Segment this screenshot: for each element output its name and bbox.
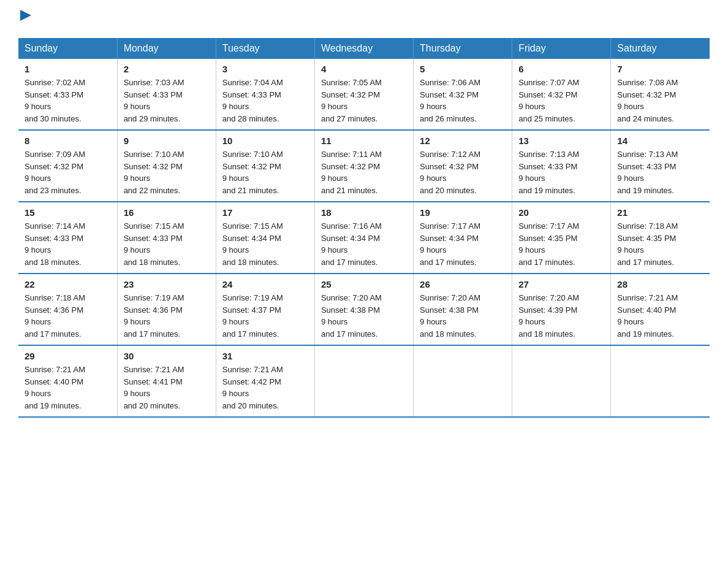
sunrise-line: Sunrise: 7:16 AM: [321, 220, 407, 232]
calendar-cell: [314, 345, 413, 417]
calendar-cell: [611, 345, 710, 417]
sunset-line: Sunset: 4:34 PM: [420, 232, 506, 245]
day-info: Sunrise: 7:03 AMSunset: 4:33 PM9 hours a…: [124, 77, 210, 124]
day-number: 29: [25, 351, 111, 361]
sunset-line: Sunset: 4:33 PM: [124, 232, 210, 245]
week-row-1: 1Sunrise: 7:02 AMSunset: 4:33 PM9 hours …: [18, 59, 710, 130]
calendar-cell: 24Sunrise: 7:19 AMSunset: 4:37 PM9 hours…: [216, 274, 314, 345]
daylight-line: 9 hours and 17 minutes.: [124, 316, 210, 340]
daylight-line: 9 hours and 18 minutes.: [420, 316, 506, 340]
day-number: 15: [25, 207, 111, 218]
daylight-line: 9 hours and 19 minutes.: [617, 172, 703, 196]
weekday-header-tuesday: Tuesday: [216, 38, 314, 59]
calendar-cell: 16Sunrise: 7:15 AMSunset: 4:33 PM9 hours…: [117, 202, 216, 274]
sunrise-line: Sunrise: 7:17 AM: [420, 220, 506, 232]
sunrise-line: Sunrise: 7:21 AM: [617, 292, 703, 304]
week-row-4: 22Sunrise: 7:18 AMSunset: 4:36 PM9 hours…: [18, 274, 710, 345]
daylight-line: 9 hours and 27 minutes.: [321, 101, 407, 124]
day-number: 26: [420, 279, 506, 289]
calendar-cell: 23Sunrise: 7:19 AMSunset: 4:36 PM9 hours…: [117, 274, 216, 345]
day-number: 12: [420, 136, 506, 146]
day-number: 16: [124, 207, 210, 218]
calendar-cell: 11Sunrise: 7:11 AMSunset: 4:32 PM9 hours…: [314, 130, 413, 202]
daylight-line: 9 hours and 17 minutes.: [25, 316, 111, 340]
day-number: 14: [617, 136, 703, 146]
day-info: Sunrise: 7:17 AMSunset: 4:34 PM9 hours a…: [420, 220, 506, 268]
sunrise-line: Sunrise: 7:09 AM: [25, 148, 111, 161]
sunset-line: Sunset: 4:40 PM: [617, 304, 703, 316]
day-info: Sunrise: 7:20 AMSunset: 4:38 PM9 hours a…: [420, 292, 506, 340]
calendar-cell: 10Sunrise: 7:10 AMSunset: 4:32 PM9 hours…: [216, 130, 314, 202]
day-number: 20: [518, 207, 604, 218]
sunset-line: Sunset: 4:36 PM: [124, 304, 210, 316]
sunset-line: Sunset: 4:38 PM: [420, 304, 506, 316]
day-number: 3: [222, 64, 308, 74]
day-info: Sunrise: 7:16 AMSunset: 4:34 PM9 hours a…: [321, 220, 407, 268]
daylight-line: 9 hours and 30 minutes.: [25, 101, 111, 124]
calendar-cell: 5Sunrise: 7:06 AMSunset: 4:32 PM9 hours …: [414, 59, 512, 130]
sunrise-line: Sunrise: 7:10 AM: [222, 148, 308, 161]
sunset-line: Sunset: 4:38 PM: [321, 304, 407, 316]
day-info: Sunrise: 7:18 AMSunset: 4:35 PM9 hours a…: [617, 220, 703, 268]
daylight-line: 9 hours and 18 minutes.: [124, 244, 210, 268]
day-info: Sunrise: 7:06 AMSunset: 4:32 PM9 hours a…: [420, 77, 506, 124]
sunset-line: Sunset: 4:33 PM: [124, 89, 210, 101]
sunrise-line: Sunrise: 7:14 AM: [25, 220, 111, 232]
day-number: 25: [321, 279, 407, 289]
daylight-line: 9 hours and 17 minutes.: [321, 316, 407, 340]
sunrise-line: Sunrise: 7:15 AM: [222, 220, 308, 232]
weekday-header-friday: Friday: [512, 38, 611, 59]
day-number: 7: [617, 64, 703, 74]
day-info: Sunrise: 7:21 AMSunset: 4:40 PM9 hours a…: [25, 364, 111, 412]
sunrise-line: Sunrise: 7:18 AM: [25, 292, 111, 304]
calendar-cell: 15Sunrise: 7:14 AMSunset: 4:33 PM9 hours…: [18, 202, 117, 274]
calendar-cell: 14Sunrise: 7:13 AMSunset: 4:33 PM9 hours…: [611, 130, 710, 202]
calendar-cell: 21Sunrise: 7:18 AMSunset: 4:35 PM9 hours…: [611, 202, 710, 274]
day-info: Sunrise: 7:02 AMSunset: 4:33 PM9 hours a…: [25, 77, 111, 124]
daylight-line: 9 hours and 17 minutes.: [617, 244, 703, 268]
day-info: Sunrise: 7:20 AMSunset: 4:39 PM9 hours a…: [518, 292, 604, 340]
sunset-line: Sunset: 4:34 PM: [321, 232, 407, 245]
svg-marker-0: [20, 10, 31, 21]
sunset-line: Sunset: 4:32 PM: [321, 89, 407, 101]
week-row-2: 8Sunrise: 7:09 AMSunset: 4:32 PM9 hours …: [18, 130, 710, 202]
day-number: 8: [25, 136, 111, 146]
sunset-line: Sunset: 4:32 PM: [321, 161, 407, 173]
calendar-cell: 19Sunrise: 7:17 AMSunset: 4:34 PM9 hours…: [414, 202, 512, 274]
calendar-cell: 28Sunrise: 7:21 AMSunset: 4:40 PM9 hours…: [611, 274, 710, 345]
calendar-cell: 2Sunrise: 7:03 AMSunset: 4:33 PM9 hours …: [117, 59, 216, 130]
weekday-header-monday: Monday: [117, 38, 216, 59]
calendar-cell: 3Sunrise: 7:04 AMSunset: 4:33 PM9 hours …: [216, 59, 314, 130]
calendar-cell: 26Sunrise: 7:20 AMSunset: 4:38 PM9 hours…: [414, 274, 512, 345]
daylight-line: 9 hours and 26 minutes.: [420, 101, 506, 124]
calendar-cell: 27Sunrise: 7:20 AMSunset: 4:39 PM9 hours…: [512, 274, 611, 345]
calendar-cell: 4Sunrise: 7:05 AMSunset: 4:32 PM9 hours …: [314, 59, 413, 130]
weekday-header-saturday: Saturday: [611, 38, 710, 59]
day-number: 6: [518, 64, 604, 74]
daylight-line: 9 hours and 19 minutes.: [25, 388, 111, 412]
daylight-line: 9 hours and 29 minutes.: [124, 101, 210, 124]
sunset-line: Sunset: 4:33 PM: [222, 89, 308, 101]
sunrise-line: Sunrise: 7:13 AM: [518, 148, 604, 161]
day-info: Sunrise: 7:21 AMSunset: 4:42 PM9 hours a…: [222, 364, 308, 412]
sunrise-line: Sunrise: 7:05 AM: [321, 77, 407, 89]
sunrise-line: Sunrise: 7:20 AM: [321, 292, 407, 304]
sunset-line: Sunset: 4:36 PM: [25, 304, 111, 316]
day-number: 17: [222, 207, 308, 218]
calendar-cell: 22Sunrise: 7:18 AMSunset: 4:36 PM9 hours…: [18, 274, 117, 345]
sunrise-line: Sunrise: 7:19 AM: [124, 292, 210, 304]
sunrise-line: Sunrise: 7:13 AM: [617, 148, 703, 161]
sunset-line: Sunset: 4:39 PM: [518, 304, 604, 316]
day-number: 19: [420, 207, 506, 218]
day-number: 18: [321, 207, 407, 218]
sunrise-line: Sunrise: 7:10 AM: [124, 148, 210, 161]
day-info: Sunrise: 7:19 AMSunset: 4:36 PM9 hours a…: [124, 292, 210, 340]
day-info: Sunrise: 7:10 AMSunset: 4:32 PM9 hours a…: [222, 148, 308, 196]
day-number: 2: [124, 64, 210, 74]
sunset-line: Sunset: 4:32 PM: [420, 89, 506, 101]
day-info: Sunrise: 7:21 AMSunset: 4:40 PM9 hours a…: [617, 292, 703, 340]
sunset-line: Sunset: 4:34 PM: [222, 232, 308, 245]
daylight-line: 9 hours and 28 minutes.: [222, 101, 308, 124]
daylight-line: 9 hours and 17 minutes.: [420, 244, 506, 268]
sunrise-line: Sunrise: 7:12 AM: [420, 148, 506, 161]
